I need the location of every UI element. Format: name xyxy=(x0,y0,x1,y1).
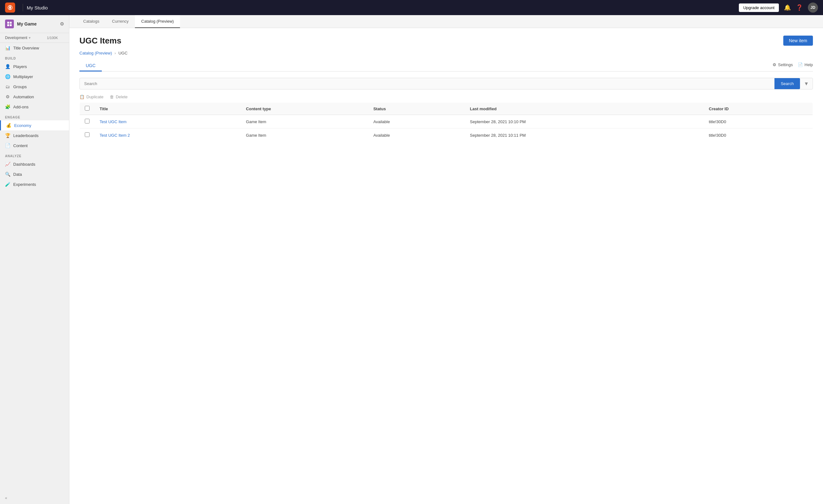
content-icon: 📄 xyxy=(5,143,10,148)
breadcrumb-current: UGC xyxy=(119,51,128,55)
multiplayer-icon: 🌐 xyxy=(5,74,10,79)
addons-icon: 🧩 xyxy=(5,104,10,109)
sidebar-item-addons[interactable]: 🧩 Add-ons xyxy=(0,102,69,112)
chart-icon: 📊 xyxy=(5,45,10,50)
game-selector[interactable]: My Game ⚙ xyxy=(0,15,69,33)
sidebar-item-groups[interactable]: 🗂 Groups xyxy=(0,81,69,92)
sidebar-item-title-overview[interactable]: 📊 Title Overview xyxy=(0,43,69,53)
experiments-icon: 🧪 xyxy=(5,182,10,187)
svg-rect-3 xyxy=(7,24,9,26)
main-layout: My Game ⚙ Development ▾ 1/100K 📊 Title O… xyxy=(0,15,823,504)
upgrade-button[interactable]: Upgrade account xyxy=(739,3,779,12)
sidebar-item-content[interactable]: 📄 Content xyxy=(0,141,69,151)
delete-action[interactable]: 🗑 Delete xyxy=(110,94,128,99)
content-label: Content xyxy=(13,143,28,148)
environment-name: Development xyxy=(5,36,27,40)
groups-label: Groups xyxy=(13,84,27,89)
page-header: UGC Items New item xyxy=(79,36,813,46)
help-icon[interactable]: ❓ xyxy=(796,4,803,11)
duplicate-icon: 📋 xyxy=(79,94,85,99)
select-all-checkbox[interactable] xyxy=(85,106,90,110)
sidebar-item-economy[interactable]: 💰 Economy xyxy=(0,120,69,131)
sidebar-item-multiplayer[interactable]: 🌐 Multiplayer xyxy=(0,71,69,81)
sidebar-collapse[interactable]: « xyxy=(0,492,69,504)
row-title-link[interactable]: Test UGC Item 2 xyxy=(100,133,130,138)
sidebar-item-dashboards[interactable]: 📈 Dashboards xyxy=(0,159,69,169)
svg-rect-2 xyxy=(10,22,12,24)
row-last-modified: September 28, 2021 10:11 PM xyxy=(465,129,704,142)
data-icon: 🔍 xyxy=(5,172,10,177)
tab-bar: Catalogs Currency Catalog (Preview) xyxy=(69,15,823,28)
user-avatar[interactable]: JD xyxy=(808,3,818,13)
studio-title: My Studio xyxy=(27,5,48,10)
filter-icon[interactable]: ▼ xyxy=(800,81,813,87)
sidebar-item-experiments[interactable]: 🧪 Experiments xyxy=(0,179,69,189)
row-title: Test UGC Item 2 xyxy=(95,129,241,142)
ugc-items-table: Title Content type Status Last modified … xyxy=(79,102,813,142)
row-title-link[interactable]: Test UGC Item xyxy=(100,119,126,124)
page-content: UGC Items New item Catalog (Preview) › U… xyxy=(69,28,823,504)
sidebar: My Game ⚙ Development ▾ 1/100K 📊 Title O… xyxy=(0,15,69,504)
delete-icon: 🗑 xyxy=(110,94,114,99)
row-last-modified: September 28, 2021 10:10 PM xyxy=(465,115,704,129)
tab-catalogs[interactable]: Catalogs xyxy=(77,15,106,28)
breadcrumb-separator: › xyxy=(115,51,116,55)
th-creator-id: Creator ID xyxy=(704,103,813,115)
experiments-label: Experiments xyxy=(13,182,36,187)
settings-gear-icon: ⚙ xyxy=(773,62,776,67)
duplicate-action[interactable]: 📋 Duplicate xyxy=(79,94,104,99)
th-status: Status xyxy=(368,103,465,115)
row-status: Available xyxy=(368,115,465,129)
notifications-icon[interactable]: 🔔 xyxy=(784,4,791,11)
dashboards-label: Dashboards xyxy=(13,162,35,167)
leaderboards-label: Leaderboards xyxy=(13,133,38,138)
data-label: Data xyxy=(13,172,22,177)
addons-label: Add-ons xyxy=(13,104,28,109)
row-checkbox-cell xyxy=(80,129,95,142)
tab-currency[interactable]: Currency xyxy=(106,15,135,28)
row-status: Available xyxy=(368,129,465,142)
row-title: Test UGC Item xyxy=(95,115,241,129)
row-content-type: Game Item xyxy=(241,115,368,129)
sidebar-item-data[interactable]: 🔍 Data xyxy=(0,169,69,179)
collapse-icon: « xyxy=(5,496,7,500)
game-icon xyxy=(5,20,14,28)
tab-catalog-preview[interactable]: Catalog (Preview) xyxy=(135,15,180,28)
chevron-down-icon: ▾ xyxy=(29,36,46,40)
row-checkbox-0[interactable] xyxy=(85,119,90,123)
svg-rect-4 xyxy=(10,24,12,26)
help-action[interactable]: 📄 Help xyxy=(798,62,813,67)
environment-selector[interactable]: Development ▾ 1/100K xyxy=(0,33,69,43)
economy-icon: 💰 xyxy=(6,123,11,128)
top-navigation: My Studio Upgrade account 🔔 ❓ JD xyxy=(0,0,823,15)
sidebar-item-players[interactable]: 👤 Players xyxy=(0,61,69,71)
row-creator-id: title!30D0 xyxy=(704,129,813,142)
content-area: Catalogs Currency Catalog (Preview) UGC … xyxy=(69,15,823,504)
env-count: 1/100K xyxy=(47,36,64,40)
sub-tab-ugc[interactable]: UGC xyxy=(79,60,102,71)
row-creator-id: title!30D0 xyxy=(704,115,813,129)
automation-label: Automation xyxy=(13,94,34,99)
sidebar-item-leaderboards[interactable]: 🏆 Leaderboards xyxy=(0,131,69,141)
help-doc-icon: 📄 xyxy=(798,62,803,67)
search-input[interactable] xyxy=(80,78,775,89)
settings-action[interactable]: ⚙ Settings xyxy=(773,62,793,67)
svg-rect-1 xyxy=(7,22,9,24)
game-name: My Game xyxy=(17,21,60,26)
sidebar-item-automation[interactable]: ⚙ Automation xyxy=(0,92,69,102)
breadcrumb-parent[interactable]: Catalog (Preview) xyxy=(79,51,112,55)
th-title: Title xyxy=(95,103,241,115)
multiplayer-label: Multiplayer xyxy=(13,74,33,79)
nav-divider xyxy=(23,4,23,11)
table-actions: 📋 Duplicate 🗑 Delete xyxy=(79,94,813,99)
search-button[interactable]: Search xyxy=(775,78,800,89)
settings-icon[interactable]: ⚙ xyxy=(60,21,64,27)
new-item-button[interactable]: New item xyxy=(783,36,813,46)
table-row: Test UGC Item Game Item Available Septem… xyxy=(80,115,813,129)
dashboards-icon: 📈 xyxy=(5,162,10,167)
th-content-type: Content type xyxy=(241,103,368,115)
row-checkbox-cell xyxy=(80,115,95,129)
title-overview-label: Title Overview xyxy=(13,46,39,50)
row-checkbox-1[interactable] xyxy=(85,132,90,137)
table-row: Test UGC Item 2 Game Item Available Sept… xyxy=(80,129,813,142)
